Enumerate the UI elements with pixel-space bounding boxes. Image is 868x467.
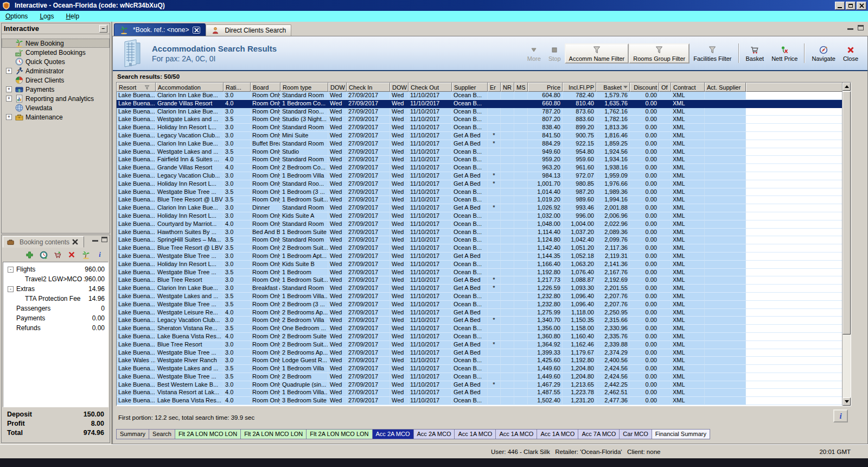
result-row[interactable]: Lake Buena...Blue Tree Resort3.0Room Onl… (117, 276, 851, 285)
column-header-of[interactable]: Of (659, 83, 671, 92)
result-row[interactable]: Lake Buena...Holiday Inn Resort L...3.0R… (117, 180, 851, 188)
maximize-panel-icon[interactable] (101, 237, 107, 242)
column-header-resort[interactable]: Resort (117, 83, 156, 92)
column-header-board[interactable]: Board (251, 83, 280, 92)
move-to-basket-icon[interactable] (53, 250, 62, 259)
toolbar-button-accomm-name-filter[interactable]: Accomm Name Filter (565, 43, 629, 64)
result-row[interactable]: Lake Buena...Westgate Blue Tree ...3.5Ro… (117, 188, 851, 197)
booking-tree-item-travel2-lgw-mco-2a[interactable]: Travel2 LGW>MCO 2A960.00 (3, 274, 108, 284)
filter-small-icon[interactable] (143, 83, 151, 92)
result-row[interactable]: Lake Buena...Westgate Blue Tree ...3.0Ro… (117, 349, 851, 357)
column-header-dow[interactable]: DOW (390, 83, 409, 92)
toolbar-button-close[interactable]: Close (839, 44, 862, 63)
column-header-ms[interactable]: MS (514, 83, 528, 92)
minimize-button[interactable] (835, 2, 845, 10)
sidebar-item-completed-bookings[interactable]: +Completed Bookings (2, 48, 110, 57)
result-row[interactable]: Lake Buena...Clarion Inn Lake Bue...3.0B… (117, 285, 851, 293)
add-icon[interactable] (25, 250, 34, 259)
result-row[interactable]: Lake Buena...Westgate Blue Tree ...3.5Ro… (117, 269, 851, 277)
result-row[interactable]: Lake Buena...Legacy Vacation Club...3.0R… (117, 172, 851, 180)
result-row[interactable]: Lake Buena...Westgate Lakes and ...3.5Ro… (117, 293, 851, 301)
sidebar-item-direct-clients[interactable]: +Direct Clients (2, 75, 110, 85)
result-row[interactable]: Lake Buena...Fairfield Inn & Suites ...4… (117, 156, 851, 164)
booking-tree-item-extras[interactable]: -Extras14.96 (3, 284, 108, 294)
close-panel-icon[interactable] (72, 239, 78, 245)
sidebar-item-viewdata[interactable]: +Viewdata (2, 103, 110, 112)
bottom-tab-flt-2a-lon-mco-lon[interactable]: Flt 2A LON MCO LON (307, 429, 372, 439)
expander-icon[interactable]: + (6, 114, 12, 120)
info-icon[interactable]: i (95, 250, 104, 259)
bottom-tab-flt-2a-lon-mco-lon[interactable]: Flt 2A LON MCO LON (241, 429, 307, 439)
result-row[interactable]: Lake Buena...Westgate Blue Tree ...3.5Ro… (117, 301, 851, 309)
result-row[interactable]: Lake Buena...Blue Tree Resort @ LBV3.5Ro… (117, 244, 851, 253)
sidebar-item-maintenance[interactable]: +Maintenance (2, 112, 110, 122)
expander-icon[interactable]: + (6, 86, 12, 92)
column-header-incl-fl-pp[interactable]: Incl.Fl.PP (563, 83, 596, 92)
result-row[interactable]: Lake Buena...SpringHill Suites – Ma...3.… (117, 236, 851, 244)
result-row[interactable]: Lake Buena...Holiday Inn Resort L...3.0R… (117, 124, 851, 132)
result-row[interactable]: Lake Buena...Courtyard by Marriot...4.0R… (117, 220, 851, 229)
booking-contents-tab[interactable]: Booking contents (3, 236, 84, 248)
column-header-room-type[interactable]: Room type (280, 83, 328, 92)
bottom-tab-acc-1a-mco[interactable]: Acc 1A MCO (496, 429, 537, 439)
collapse-panel-button[interactable]: − (99, 25, 107, 33)
expander-icon[interactable]: - (8, 267, 14, 273)
expander-icon[interactable]: + (6, 68, 12, 74)
column-header-dow[interactable]: DOW (328, 83, 347, 92)
minimize-panel-icon[interactable] (92, 240, 98, 242)
result-row[interactable]: Lake Buena...Lake Buena Vista Res...4.0R… (117, 397, 851, 405)
minimize-view-icon[interactable] (847, 28, 853, 30)
column-header-basket[interactable]: Basket (596, 83, 630, 92)
result-row[interactable]: Lake Buena...Sheraton Vistana Re...3.5Ro… (117, 325, 851, 333)
column-header-price[interactable]: Price (528, 83, 563, 92)
tab-book-ref-none[interactable]: *Book. ref.: <none> (114, 23, 206, 36)
menu-options[interactable]: Options (5, 12, 28, 20)
expander-icon[interactable]: + (6, 96, 12, 102)
result-row[interactable]: Lake Buena...Westgate Lakes and ...3.5Ro… (117, 365, 851, 373)
toolbar-button-rooms-group-filter[interactable]: Rooms Group Filter (629, 43, 690, 64)
close-tab-icon[interactable] (193, 27, 200, 34)
maximize-view-icon[interactable] (858, 25, 864, 30)
menu-logs[interactable]: Logs (40, 12, 54, 20)
close-window-button[interactable] (857, 2, 866, 10)
result-row[interactable]: Lake Wales ...Westgate River Ranch3.0Roo… (117, 357, 851, 365)
info-button[interactable]: i (833, 409, 848, 422)
booking-tree-item-refunds[interactable]: Refunds0.00 (3, 323, 108, 333)
result-row[interactable]: Lake Buena...Legacy Vacation Club...3.0R… (117, 317, 851, 325)
booking-tree-item-flights[interactable]: -Flights960.00 (3, 264, 108, 274)
bottom-tab-acc-2a-mco[interactable]: Acc 2A MCO (373, 429, 414, 439)
result-row[interactable]: Lake Buena...Blue Tree Resort @ LBV3.5Ro… (117, 196, 851, 204)
sidebar-item-administrator[interactable]: +Administrator (2, 66, 110, 75)
toolbar-button-facilities-filter[interactable]: Facilities Filter (690, 44, 735, 63)
column-header-supplier[interactable]: Supplier (452, 83, 488, 92)
result-row[interactable]: Lake Buena...Holiday Inn Resort L...3.0R… (117, 212, 851, 220)
column-header-check-in[interactable]: Check In (347, 83, 390, 92)
bottom-tab-car-mco[interactable]: Car MCO (620, 429, 652, 439)
bottom-tab-search[interactable]: Search (149, 429, 175, 439)
result-row[interactable]: Lake Buena...Vistana Resort at Lak...4.0… (117, 389, 851, 397)
result-row[interactable]: Lake Buena...Blue Tree Resort3.0Room Onl… (117, 341, 851, 349)
result-row[interactable]: Lake Buena...Clarion Inn Lake Bue...3.0B… (117, 140, 851, 148)
result-row[interactable]: Lake Buena...Westgate Blue Tree ...3.5Ro… (117, 373, 851, 381)
menu-help[interactable]: Help (66, 12, 79, 20)
toolbar-button-nett-price[interactable]: Nett Price (768, 44, 801, 63)
bottom-tab-acc-1a-mco[interactable]: Acc 1A MCO (455, 429, 496, 439)
sidebar-item-reporting-and-analytics[interactable]: +Reporting and Analytics (2, 94, 110, 103)
result-row[interactable]: Lake Buena...Best Western Lake B...3.0Ro… (117, 381, 851, 389)
column-header-act-supplier[interactable]: Act. Supplier (705, 83, 746, 92)
result-row[interactable]: Lake Buena...Grande Villas Resort4.0Room… (117, 100, 851, 108)
scroll-down-button[interactable] (843, 397, 851, 406)
column-header-check-out[interactable]: Check Out (409, 83, 452, 92)
sidebar-item-quick-quotes[interactable]: +Quick Quotes (2, 57, 110, 66)
bottom-tab-acc-7a-mco[interactable]: Acc 7A MCO (578, 429, 620, 439)
bottom-tab-financial-summary[interactable]: Financial Summary (652, 429, 710, 439)
result-row[interactable]: Lake Buena...Holiday Inn Resort L...3.0R… (117, 261, 851, 269)
tab-direct-clients-search[interactable]: Direct Clients Search (206, 24, 291, 36)
booking-tree-item-payments[interactable]: Payments0.00 (3, 313, 108, 323)
column-header-discount[interactable]: Discount (630, 83, 659, 92)
column-header-er[interactable]: Er (488, 83, 501, 92)
bottom-tab-acc-2a-mco[interactable]: Acc 2A MCO (414, 429, 455, 439)
result-row[interactable]: Lake Buena...Clarion Inn Lake Bue...3.0R… (117, 92, 851, 100)
booking-tree-item-passengers[interactable]: Passengers0 (3, 304, 108, 313)
delete-icon[interactable] (67, 250, 76, 259)
